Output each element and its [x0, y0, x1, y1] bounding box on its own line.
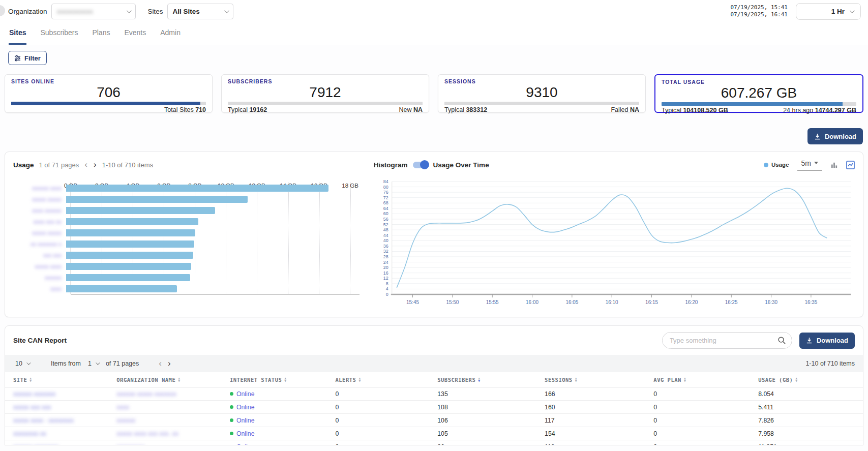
- card-footer-right: 24 hrs ago 14744.297 GB: [783, 107, 856, 114]
- line-chart-type-button[interactable]: [846, 161, 855, 169]
- bar-site-label[interactable]: xxxxxx xxxx: [13, 185, 66, 191]
- prev-page-icon[interactable]: ‹: [158, 360, 162, 367]
- y-axis-tick-label: 24: [383, 260, 388, 265]
- top-bar: Organization xxxxxxxxxxx Sites All Sites…: [0, 0, 868, 22]
- sort-icon[interactable]: ▲▼: [29, 377, 32, 383]
- bar-site-label[interactable]: xxxxxx: [13, 275, 66, 281]
- sites-label: Sites: [148, 8, 163, 15]
- cell-usage-gb: 5.411: [758, 401, 863, 414]
- cell-subscribers: 105: [437, 427, 545, 440]
- report-title: Site CAN Report: [13, 337, 67, 344]
- usage-bar[interactable]: [66, 274, 190, 281]
- sidebar-collapse-handle[interactable]: [0, 5, 5, 16]
- interval-select[interactable]: 5m: [797, 159, 822, 171]
- cell-sessions: 154: [545, 427, 653, 440]
- column-header-usage-gb[interactable]: USAGE (GB)▲▼: [758, 372, 863, 387]
- bar-site-label[interactable]: xx xxxxxxx x: [13, 241, 66, 247]
- status-link[interactable]: Online: [230, 417, 255, 424]
- column-header-site[interactable]: SITE▲▼: [5, 372, 116, 387]
- bar-row: xxxxx xxxxx: [13, 194, 363, 205]
- page-number-select[interactable]: 1: [86, 360, 101, 367]
- time-range-select[interactable]: 1 Hr: [796, 3, 861, 20]
- bar-row: xxxx xxx xx: [13, 216, 363, 227]
- status-link[interactable]: Online: [230, 443, 255, 445]
- download-button[interactable]: Download: [807, 128, 863, 144]
- cell-subscribers: 96: [437, 440, 545, 446]
- tab-plans[interactable]: Plans: [92, 28, 110, 45]
- bar-site-label[interactable]: xxxx: [13, 286, 66, 292]
- bar-row: xx xxxxxxx x: [13, 238, 363, 250]
- filter-button[interactable]: Filter: [8, 51, 47, 65]
- usage-bar[interactable]: [66, 240, 194, 248]
- status-link[interactable]: Online: [230, 390, 255, 398]
- column-header-organization-name[interactable]: ORGANIZATION NAME▲▼: [116, 372, 230, 387]
- cell-usage-gb: 7.826: [758, 414, 863, 427]
- sort-icon[interactable]: ▲▼: [684, 377, 686, 383]
- sites-select[interactable]: All Sites: [167, 4, 233, 19]
- usage-bar[interactable]: [66, 196, 248, 203]
- site-link[interactable]: xxxxxxxx xx: [13, 430, 46, 437]
- stat-card-sites-online[interactable]: SITES ONLINE706Total Sites 710: [5, 74, 213, 113]
- stat-card-total-usage[interactable]: TOTAL USAGE607.267 GBTypical 104108.520 …: [654, 74, 863, 113]
- main-tabs: SitesSubscribersPlansEventsAdmin: [0, 22, 868, 45]
- search-icon[interactable]: [777, 336, 786, 347]
- bar-site-label[interactable]: xxxx xxxxxx: [13, 207, 66, 214]
- tab-admin[interactable]: Admin: [160, 28, 181, 45]
- usage-bar[interactable]: [66, 185, 328, 192]
- sort-icon[interactable]: ▲▼: [284, 377, 286, 383]
- bar-row: xxxx: [13, 283, 363, 294]
- page-size-select[interactable]: 10: [13, 360, 32, 367]
- tab-subscribers[interactable]: Subscribers: [40, 28, 78, 45]
- tab-events[interactable]: Events: [124, 28, 146, 45]
- site-link[interactable]: xxxxx xxxx - xxxxxxxx: [13, 417, 74, 424]
- usage-bar[interactable]: [66, 207, 215, 214]
- stat-card-sessions[interactable]: SESSIONS9310Typical 383312Failed NA: [438, 74, 646, 113]
- chart-mode-toggle[interactable]: [413, 162, 428, 168]
- column-header-subscribers[interactable]: SUBSCRIBERS▲▼: [437, 372, 545, 387]
- sort-icon[interactable]: ▲▼: [795, 377, 797, 383]
- usage-bar[interactable]: [66, 285, 177, 292]
- column-header-sessions[interactable]: SESSIONS▲▼: [545, 372, 653, 387]
- usage-bar[interactable]: [66, 263, 191, 270]
- column-header-alerts[interactable]: ALERTS▲▼: [335, 372, 437, 387]
- tab-sites[interactable]: Sites: [9, 28, 26, 45]
- bar-chart-type-button[interactable]: [830, 161, 838, 169]
- y-axis-tick-label: 64: [383, 206, 388, 211]
- bar-site-label[interactable]: xxxx xxx xx: [13, 219, 66, 225]
- histogram-label: Histogram: [374, 161, 408, 169]
- next-page-icon[interactable]: ›: [167, 360, 171, 367]
- prev-page-icon[interactable]: ‹: [84, 161, 88, 168]
- y-axis-tick-label: 16: [383, 270, 388, 276]
- organization-select[interactable]: xxxxxxxxxxx: [51, 4, 136, 19]
- next-page-icon[interactable]: ›: [93, 161, 97, 168]
- sort-icon[interactable]: ▲▼: [478, 377, 480, 383]
- stat-card-subscribers[interactable]: SUBSCRIBERS7912Typical 19162New NA: [221, 74, 429, 113]
- search-input[interactable]: [662, 332, 792, 349]
- organization-name: xxxxxx: [116, 417, 135, 424]
- report-download-button[interactable]: Download: [799, 333, 855, 349]
- status-link[interactable]: Online: [230, 404, 255, 411]
- sort-icon[interactable]: ▲▼: [178, 377, 180, 383]
- site-link[interactable]: xxxxx xxx xxx: [13, 404, 51, 411]
- site-link[interactable]: xxxxxx xxxxxxxx: [13, 443, 59, 446]
- bar-site-label[interactable]: xxxxx xxxxx: [13, 230, 66, 236]
- site-link[interactable]: xxxxxx xxxxxxx: [13, 390, 55, 398]
- usage-legend[interactable]: Usage: [764, 162, 789, 168]
- bar-site-label[interactable]: xxxxx xxxx: [13, 263, 66, 269]
- y-axis-tick-label: 60: [383, 211, 388, 216]
- sort-icon[interactable]: ▲▼: [358, 377, 361, 383]
- bar-site-label[interactable]: xxx xxx: [13, 252, 66, 258]
- column-header-avg-plan[interactable]: AVG PLAN▲▼: [653, 372, 758, 387]
- usage-bar[interactable]: [66, 252, 193, 259]
- filter-row: Filter: [0, 45, 868, 71]
- usage-bar[interactable]: [66, 218, 198, 225]
- usage-bar[interactable]: [66, 229, 195, 236]
- sort-icon[interactable]: ▲▼: [575, 377, 577, 383]
- bar-site-label[interactable]: xxxxx xxxxx: [13, 196, 66, 202]
- card-footer-right: Total Sites 710: [164, 106, 206, 113]
- status-link[interactable]: Online: [230, 430, 255, 437]
- card-progress-bar: [228, 102, 423, 105]
- card-progress-bar: [444, 102, 639, 105]
- bar-row: xxxx xxxxxx: [13, 205, 363, 216]
- column-header-internet-status[interactable]: INTERNET STATUS▲▼: [230, 372, 336, 387]
